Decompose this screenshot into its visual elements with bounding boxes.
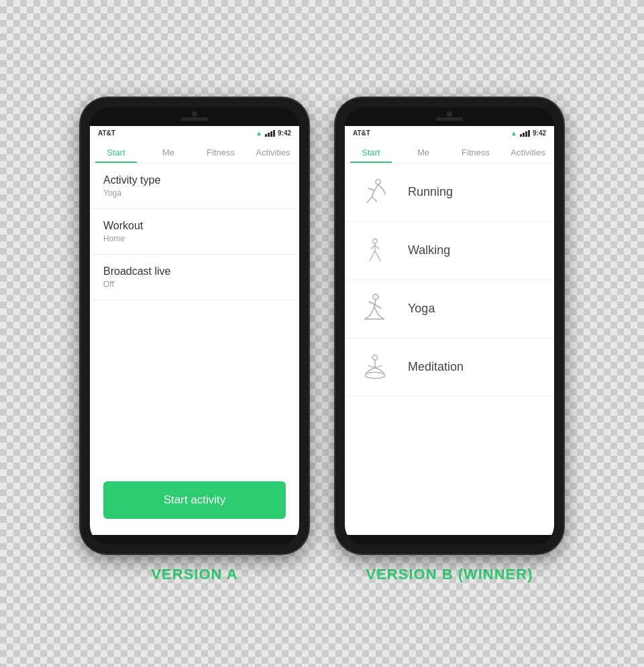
- svg-line-20: [370, 307, 374, 315]
- svg-line-1: [374, 184, 378, 190]
- phone-a-broadcast-label: Broadcast live: [103, 265, 286, 278]
- phone-b-activity-list: Running: [345, 164, 554, 535]
- svg-line-4: [372, 196, 376, 201]
- phone-b-time: 9:42: [533, 129, 546, 137]
- phone-b: AT&T ▲ 9:42: [335, 98, 564, 554]
- svg-point-25: [372, 355, 377, 359]
- phone-a: AT&T ▲ 9:42: [80, 98, 309, 554]
- svg-line-7: [383, 189, 386, 194]
- svg-line-13: [370, 256, 372, 260]
- walking-label: Walking: [408, 243, 450, 257]
- phone-a-wifi-icon: ▲: [256, 129, 262, 137]
- phone-b-tabs: Start Me Fitness Activities: [345, 141, 554, 164]
- phone-a-wrapper: AT&T ▲ 9:42: [80, 98, 309, 583]
- phone-b-camera: [447, 111, 452, 117]
- svg-point-0: [376, 179, 380, 184]
- svg-line-12: [372, 251, 375, 256]
- phone-b-status-right: ▲ 9:42: [511, 129, 546, 137]
- activity-item-running[interactable]: Running: [345, 164, 554, 222]
- phone-a-tabs: Start Me Fitness Activities: [90, 141, 299, 164]
- phone-a-tab-fitness[interactable]: Fitness: [195, 141, 247, 163]
- phone-a-camera: [192, 111, 197, 117]
- phone-b-tab-start[interactable]: Start: [345, 141, 397, 163]
- phone-a-time: 9:42: [278, 129, 291, 137]
- phone-a-tab-me[interactable]: Me: [142, 141, 195, 163]
- phone-b-wrapper: AT&T ▲ 9:42: [335, 98, 564, 583]
- phone-b-wifi-icon: ▲: [511, 129, 517, 137]
- yoga-label: Yoga: [408, 302, 435, 316]
- phone-b-tab-fitness[interactable]: Fitness: [449, 141, 502, 163]
- phone-a-screen: AT&T ▲ 9:42: [90, 126, 299, 535]
- yoga-icon: [358, 292, 392, 326]
- phone-a-workout-item[interactable]: Workout Home: [90, 209, 299, 255]
- phone-b-speaker: [436, 117, 463, 121]
- phone-b-tab-me[interactable]: Me: [397, 141, 449, 163]
- phone-a-broadcast-value: Off: [103, 280, 286, 289]
- phone-a-broadcast-item[interactable]: Broadcast live Off: [90, 255, 299, 300]
- svg-point-8: [373, 239, 377, 243]
- meditation-label: Meditation: [408, 360, 464, 374]
- phone-b-screen: AT&T ▲ 9:42: [345, 126, 554, 535]
- phone-a-bottom-bar: [90, 535, 299, 544]
- phone-a-carrier: AT&T: [98, 129, 115, 137]
- svg-line-22: [374, 307, 378, 315]
- svg-line-18: [369, 302, 374, 304]
- phone-a-status-bar: AT&T ▲ 9:42: [90, 126, 299, 141]
- svg-point-27: [365, 372, 384, 378]
- running-icon: [358, 176, 392, 209]
- phone-a-speaker: [181, 117, 208, 121]
- phone-b-status-bar: AT&T ▲ 9:42: [345, 126, 554, 141]
- svg-line-19: [374, 304, 381, 308]
- phone-a-tab-start[interactable]: Start: [90, 141, 142, 163]
- svg-line-6: [378, 184, 383, 189]
- activity-item-yoga[interactable]: Yoga: [345, 280, 554, 339]
- svg-line-11: [375, 245, 379, 249]
- phone-a-activity-type-value: Yoga: [103, 188, 286, 198]
- phones-container: AT&T ▲ 9:42: [80, 98, 564, 583]
- phone-b-signal-icon: [520, 130, 530, 137]
- svg-line-2: [368, 188, 374, 190]
- phone-a-workout-value: Home: [103, 234, 286, 243]
- svg-line-5: [367, 196, 372, 202]
- meditation-icon: [358, 351, 392, 384]
- phone-a-start-btn-container: Start activity: [90, 468, 299, 535]
- phone-a-tab-activities[interactable]: Activities: [247, 141, 299, 163]
- phone-a-content: Activity type Yoga Workout Home Broadcas…: [90, 164, 299, 535]
- phone-b-carrier: AT&T: [353, 129, 370, 137]
- phone-a-workout-label: Workout: [103, 220, 286, 232]
- phone-a-settings-list: Activity type Yoga Workout Home Broadcas…: [90, 164, 299, 468]
- svg-line-17: [374, 300, 376, 307]
- walking-icon: [358, 234, 392, 267]
- svg-line-3: [372, 190, 374, 196]
- activity-item-walking[interactable]: Walking: [345, 222, 554, 280]
- start-activity-button[interactable]: Start activity: [103, 481, 286, 519]
- svg-point-16: [373, 294, 378, 300]
- phone-a-status-right: ▲ 9:42: [256, 129, 291, 137]
- phone-b-tab-activities[interactable]: Activities: [502, 141, 554, 163]
- svg-line-15: [378, 256, 380, 260]
- phone-a-signal-icon: [265, 130, 275, 137]
- svg-line-10: [371, 245, 375, 249]
- activity-item-meditation[interactable]: Meditation: [345, 339, 554, 397]
- running-label: Running: [408, 185, 453, 199]
- phone-a-activity-type-label: Activity type: [103, 174, 286, 186]
- version-a-label: VERSION A: [151, 566, 237, 583]
- phone-b-bottom-bar: [345, 535, 554, 544]
- svg-line-14: [375, 251, 378, 256]
- phone-a-top-bar: [90, 107, 299, 126]
- version-b-label: VERSION B (WINNER): [366, 566, 533, 583]
- svg-line-23: [378, 315, 384, 319]
- svg-line-21: [365, 315, 370, 319]
- phone-b-top-bar: [345, 107, 554, 126]
- phone-a-activity-type-item[interactable]: Activity type Yoga: [90, 164, 299, 209]
